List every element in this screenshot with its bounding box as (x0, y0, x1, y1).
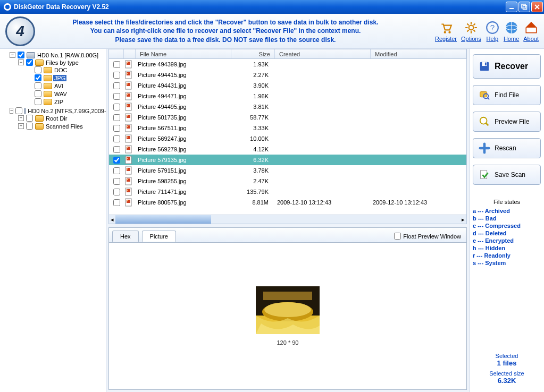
tree-node[interactable]: ZIP (27, 98, 105, 105)
file-row[interactable]: Picture 501735.jpg58.77K (109, 112, 466, 123)
tree-checkbox[interactable] (35, 74, 41, 81)
file-checkbox[interactable] (113, 82, 120, 89)
file-row[interactable]: Picture 494471.jpg1.96K (109, 91, 466, 101)
folder-icon (44, 91, 52, 97)
file-row[interactable]: Picture 598255.jpg2.47K (109, 176, 466, 186)
file-checkbox[interactable] (113, 135, 120, 142)
disk-icon (479, 61, 490, 72)
help-link[interactable]: ? Help (486, 21, 499, 42)
file-checkbox[interactable] (113, 104, 120, 110)
col-header-name[interactable]: File Name (136, 49, 231, 58)
file-checkbox[interactable] (113, 61, 120, 68)
tree-label[interactable]: Files by type (45, 59, 80, 66)
tree-node[interactable]: +Root Dir (18, 115, 105, 122)
tree-checkbox[interactable] (35, 82, 41, 89)
tree-label[interactable]: Scanned Files (45, 123, 84, 130)
svg-rect-52 (127, 200, 130, 203)
svg-point-17 (127, 73, 128, 74)
about-link[interactable]: About (523, 21, 539, 42)
tree-checkbox[interactable] (18, 52, 24, 58)
svg-point-6 (448, 31, 450, 33)
expand-icon[interactable]: + (18, 115, 24, 121)
file-checkbox[interactable] (113, 114, 120, 121)
svg-rect-46 (127, 178, 130, 182)
tree-checkbox[interactable] (26, 59, 33, 66)
options-link[interactable]: Options (461, 21, 481, 42)
svg-point-50 (127, 190, 128, 191)
tree-node[interactable]: JPG (27, 74, 105, 81)
tree-node[interactable]: AVI (27, 82, 105, 89)
file-row[interactable]: Picture 800575.jpg8.81M2009-12-10 13:12:… (109, 197, 466, 208)
folder-icon (35, 115, 44, 122)
tree-panel[interactable]: −HD0 No.1 [RAW,8.00G]−Files by typeDOCJP… (0, 49, 106, 392)
tree-checkbox[interactable] (35, 90, 41, 97)
collapse-icon[interactable]: − (10, 52, 15, 58)
file-row[interactable]: Picture 569279.jpg4.12K (109, 144, 466, 155)
tab-hex[interactable]: Hex (112, 231, 139, 242)
file-row[interactable]: Picture 494399.jpg1.93K (109, 59, 466, 70)
file-checkbox[interactable] (113, 167, 120, 174)
register-link[interactable]: Register (435, 21, 457, 42)
file-checkbox[interactable] (113, 72, 120, 79)
file-checkbox[interactable] (113, 125, 120, 132)
file-row[interactable]: Picture 494495.jpg3.81K (109, 101, 466, 112)
tree-node[interactable]: WAV (27, 90, 105, 97)
file-checkbox[interactable] (113, 93, 120, 100)
file-row[interactable]: Picture 569247.jpg10.00K (109, 133, 466, 144)
tree-checkbox[interactable] (26, 115, 33, 122)
file-checkbox[interactable] (113, 199, 120, 206)
tree-checkbox[interactable] (35, 66, 41, 73)
tree-node[interactable]: DOC (27, 66, 105, 73)
minimize-button[interactable] (506, 2, 517, 12)
tree-node[interactable]: −Files by type (18, 59, 105, 66)
selected-count: 1 files (473, 359, 541, 367)
file-row[interactable]: Picture 494431.jpg3.90K (109, 80, 466, 91)
collapse-icon[interactable]: − (10, 108, 13, 114)
expand-icon[interactable]: + (18, 123, 24, 129)
file-checkbox[interactable] (113, 146, 120, 153)
tab-picture[interactable]: Picture (142, 231, 176, 242)
file-list[interactable]: File Name Size Created Modified Picture … (108, 49, 467, 224)
tree-node[interactable]: −HD0 No.2 [NTFS,7.99G,2009-12-10] (10, 107, 105, 114)
file-checkbox[interactable] (113, 157, 120, 164)
file-list-header[interactable]: File Name Size Created Modified (108, 49, 467, 59)
svg-rect-3 (522, 4, 525, 8)
col-header-size[interactable]: Size (231, 49, 275, 58)
preview-file-button[interactable]: Preview File (473, 112, 541, 132)
save-scan-button[interactable]: Save Scan (473, 165, 541, 185)
tree-label[interactable]: Root Dir (45, 115, 68, 122)
recover-button[interactable]: Recover (473, 54, 541, 79)
tree-node[interactable]: −HD0 No.1 [RAW,8.00G] (10, 52, 105, 58)
tree-label[interactable]: WAV (53, 91, 68, 97)
file-row[interactable]: Picture 567511.jpg3.33K (109, 123, 466, 133)
tree-checkbox[interactable] (26, 123, 33, 130)
maximize-button[interactable] (518, 2, 530, 12)
tree-checkbox[interactable] (35, 98, 41, 105)
file-row[interactable]: Picture 711471.jpg135.79K (109, 186, 466, 197)
tree-label[interactable]: ZIP (53, 99, 64, 105)
tree-checkbox[interactable] (15, 107, 22, 114)
file-row[interactable]: Picture 579151.jpg3.78K (109, 165, 466, 176)
float-preview-checkbox[interactable] (394, 233, 401, 240)
file-row[interactable]: Picture 579135.jpg6.32K (109, 155, 466, 165)
collapse-icon[interactable]: − (18, 59, 24, 65)
tree-label[interactable]: HD0 No.1 [RAW,8.00G] (36, 52, 99, 58)
rescan-button[interactable]: Rescan (473, 138, 541, 158)
file-checkbox[interactable] (113, 178, 120, 185)
col-header-created[interactable]: Created (275, 49, 371, 58)
close-button[interactable] (531, 2, 543, 12)
file-state-row: h --- Hidden (473, 244, 541, 252)
tree-label[interactable]: JPG (53, 75, 66, 81)
col-header-modified[interactable]: Modified (371, 49, 466, 58)
home-link[interactable]: Home (504, 21, 519, 42)
find-file-button[interactable]: Find File (473, 85, 541, 105)
tree-node[interactable]: +Scanned Files (18, 123, 105, 130)
file-checkbox[interactable] (113, 189, 120, 195)
link-label: Help (487, 36, 499, 42)
file-cell-size: 1.93K (229, 61, 273, 67)
tree-label[interactable]: DOC (53, 67, 68, 73)
file-row[interactable]: Picture 494415.jpg2.27K (109, 70, 466, 80)
tree-label[interactable]: HD0 No.2 [NTFS,7.99G,2009-12-10] (27, 108, 106, 114)
tree-label[interactable]: AVI (53, 83, 64, 89)
horizontal-scrollbar[interactable]: ◂ ▸ (108, 215, 467, 224)
